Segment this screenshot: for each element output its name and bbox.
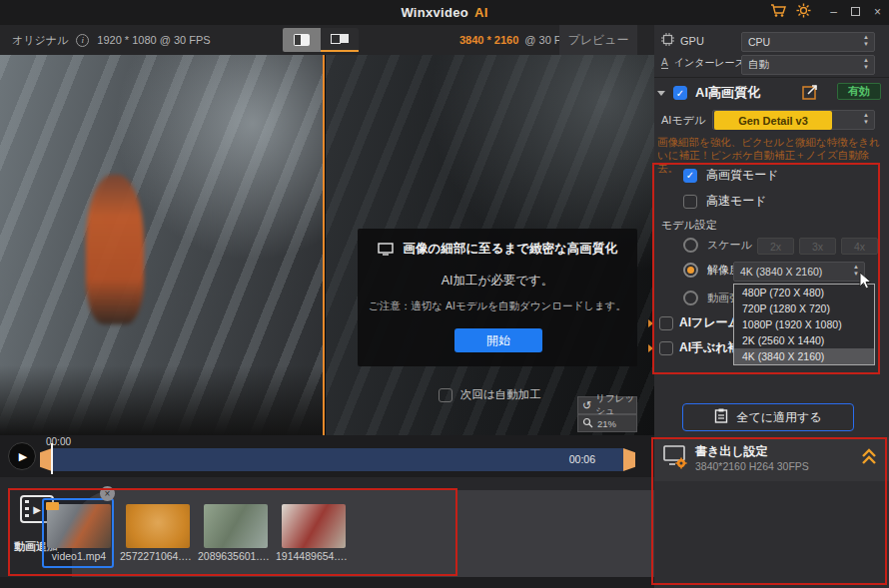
collapse-icon[interactable] [648,319,653,327]
chevron-updown-icon: ▲▼ [863,34,869,48]
preview-label: プレビュー [559,25,637,55]
hq-mode-checkbox[interactable]: ✓ [683,169,697,183]
titlebar: WinxvideoAI – × [0,0,889,25]
scale-3x-button[interactable]: 3x [799,238,836,255]
chip-icon [661,33,674,48]
target-resolution: 3840 * 2160 [459,34,518,46]
export-settings-panel[interactable]: 書き出し設定 3840*2160 H264 30FPS [654,437,889,481]
ai-model-value-button[interactable]: Gen Detail v3 [714,111,832,130]
thumbnail-clip2[interactable] [126,504,190,548]
dropdown-option-480p[interactable]: 480P (720 X 480) [734,285,874,300]
mouse-cursor [859,272,873,295]
dialog-note: ご注意：適切な AIモデルを自動ダウンロードします。 [358,299,637,313]
ai-download-dialog: 画像の細部に至るまで緻密な高画質化 AI加工が必要です。 ご注意：適切な AIモ… [358,229,637,366]
thumbnail-clip4[interactable] [282,504,346,548]
scale-4x-button[interactable]: 4x [841,238,878,255]
dropdown-option-1080p[interactable]: 1080P (1920 X 1080) [734,316,874,332]
zoom-level-value: 21% [597,418,616,429]
chevron-double-up-icon[interactable] [861,447,877,469]
resolution-dropdown: 480P (720 X 480) 720P (1280 X 720) 1080P… [733,284,875,365]
scale-2x-button[interactable]: 2x [757,238,794,255]
info-icon[interactable]: i [76,34,89,47]
clip-filename: video1.mp4 [41,550,117,562]
remove-clip-button[interactable]: × [100,486,115,501]
timeline-start-time: 00:00 [46,436,71,447]
auto-process-checkbox[interactable] [439,388,452,402]
resolution-radio[interactable] [683,263,698,278]
thumbnail-video1[interactable] [47,504,111,548]
gpu-label: GPU [680,35,704,47]
scale-radio[interactable] [683,238,698,253]
enabled-badge[interactable]: 有効 [837,83,881,100]
source-resolution: 1920 * 1080 @ 30 FPS [97,34,210,46]
video-preview: 画像の細部に至るまで緻密な高画質化 AI加工が必要です。 ご注意：適切な AIモ… [0,55,654,435]
ai-model-label: AIモデル [661,113,705,128]
deinterlace-select[interactable]: 自動 ▲▼ [741,55,875,75]
chevron-updown-icon: ▲▼ [863,112,869,126]
apply-all-button[interactable]: 全てに適用する [682,403,854,431]
fast-mode-checkbox[interactable] [683,195,697,209]
export-settings-icon [663,445,690,474]
fast-mode-label: 高速モード [706,193,767,210]
clipboard-icon [714,408,728,426]
enhance-tag-icon [46,502,59,510]
timeline-end-time: 00:06 [569,453,595,465]
collapse-icon[interactable] [657,91,665,96]
dropdown-option-4k[interactable]: 4K (3840 X 2160) [734,348,874,364]
monitor-icon [378,245,397,259]
dialog-title: 画像の細部に至るまで緻密な高画質化 [358,241,637,259]
stabilize-checkbox[interactable] [659,341,673,355]
close-button[interactable]: × [874,0,881,25]
subject-figure [86,175,144,324]
gear-icon[interactable] [796,3,811,22]
ai-enhance-title: AI高画質化 [695,84,760,102]
refresh-button[interactable]: ↺ リフレッシュ [577,396,637,414]
timeline-clip-bar[interactable]: 00:06 [52,448,623,471]
cart-icon[interactable] [770,3,786,22]
model-settings-label: モデル設定 [661,218,717,233]
clip-filename: 2089635601.mp4 [198,550,274,562]
trim-handle-right[interactable] [623,448,635,471]
magnifier-icon [582,417,593,430]
play-button[interactable]: ▶ [8,442,36,470]
interlace-icon: A [661,57,668,69]
app-title-accent: AI [474,5,488,20]
zoom-level-button[interactable]: 21% [577,414,637,432]
dropdown-option-720p[interactable]: 720P (1280 X 720) [734,300,874,316]
video-enhance-radio[interactable] [683,291,698,305]
preview-toolbar: オリジナル i 1920 * 1080 @ 30 FPS 3840 * 2160… [0,25,654,55]
refresh-icon: ↺ [582,399,591,412]
dialog-message: AI加工が必要です。 [358,273,637,290]
start-button[interactable]: 開始 [454,328,542,352]
timeline: ▶ 00:00 00:06 [0,435,654,477]
expand-icon[interactable] [802,83,819,104]
auto-process-option[interactable]: 次回は自動加工 [439,387,541,402]
timeline-track[interactable]: 00:06 [40,448,635,471]
thumbnail-clip3[interactable] [204,504,268,548]
ai-enhance-checkbox[interactable]: ✓ [673,86,687,100]
compare-view-icon [331,33,349,45]
frame-interp-checkbox[interactable] [659,316,673,330]
playhead[interactable] [51,443,53,474]
export-settings-info: 3840*2160 H264 30FPS [695,460,809,472]
original-label: オリジナル [12,33,68,48]
gpu-select[interactable]: CPU ▲▼ [741,32,875,52]
settings-panel: GPU CPU ▲▼ A インターレース解除 自動 ▲▼ ✓ AI高画質化 有効… [654,25,889,588]
export-settings-title: 書き出し設定 [695,443,768,460]
compare-divider[interactable] [323,55,325,435]
clip-filename: 1914489654.mp4 [276,550,352,562]
auto-process-label: 次回は自動加工 [460,387,541,402]
winxvideo-window: WinxvideoAI – × オリジナル i 1920 * 1080 @ 30… [0,0,889,588]
dropdown-option-2k[interactable]: 2K (2560 X 1440) [734,332,874,348]
split-view-toggle[interactable] [283,28,321,52]
compare-view-toggle[interactable] [321,28,359,52]
preview-original-image [0,55,324,435]
hq-mode-label: 高画質モード [706,167,779,184]
resolution-select[interactable]: 4K (3840 X 2160) ▲▼ [733,262,865,282]
split-view-icon [294,34,310,46]
maximize-button[interactable] [851,0,860,25]
chevron-updown-icon: ▲▼ [863,57,869,71]
collapse-icon[interactable] [648,344,653,352]
minimize-button[interactable]: – [830,0,837,25]
scale-label: スケール [707,238,752,253]
